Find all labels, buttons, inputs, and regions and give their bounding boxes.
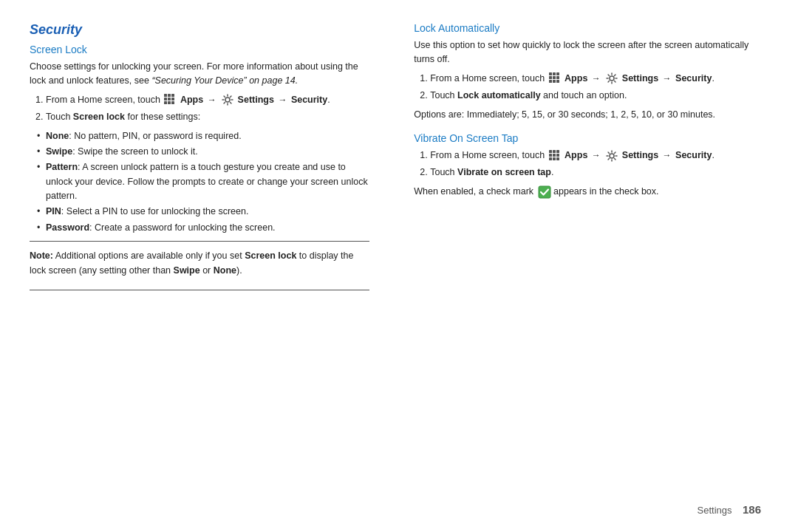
vibrate-title: Vibrate On Screen Tap — [414, 132, 768, 144]
footer-page-number: 186 — [743, 503, 761, 516]
screen-lock-intro: Choose settings for unlocking your scree… — [30, 60, 369, 89]
svg-point-0 — [225, 98, 230, 102]
lock-auto-intro: Use this option to set how quickly to lo… — [414, 38, 768, 67]
option-pattern: Pattern: A screen unlock pattern is a to… — [37, 160, 369, 203]
lock-auto-title: Lock Automatically — [414, 22, 768, 34]
vibrate-check-text: When enabled, a check mark appears in th… — [414, 185, 768, 199]
svg-point-2 — [610, 154, 614, 158]
screen-lock-ref: “Securing Your Device” on page 14. — [151, 75, 298, 86]
option-password: Password: Create a password for unlockin… — [37, 221, 369, 235]
settings-icon-2 — [606, 72, 618, 84]
apps-icon — [164, 94, 176, 106]
screen-lock-options: None: No pattern, PIN, or password is re… — [30, 129, 369, 236]
apps-icon-2 — [549, 72, 561, 84]
lock-auto-step-2: Touch Lock automatically and touch an op… — [430, 89, 768, 103]
right-column: Lock Automatically Use this option to se… — [399, 22, 768, 517]
screen-lock-steps: From a Home screen, touch Apps → Setting… — [30, 93, 369, 125]
footer: Settings 186 — [698, 503, 761, 516]
screen-lock-title: Screen Lock — [30, 44, 369, 55]
settings-icon-3 — [606, 150, 618, 162]
svg-point-1 — [610, 76, 614, 81]
page-container: Security Screen Lock Choose settings for… — [0, 0, 798, 532]
vibrate-steps: From a Home screen, touch Apps → Setting… — [414, 149, 768, 180]
lock-auto-step-1: From a Home screen, touch Apps → Setting… — [430, 72, 768, 86]
footer-label: Settings — [698, 505, 732, 516]
note-text: Note: Additional options are available o… — [30, 249, 369, 278]
lock-auto-steps: From a Home screen, touch Apps → Setting… — [414, 72, 768, 103]
section-title: Security — [30, 22, 369, 38]
lock-auto-options: Options are: Immediately; 5, 15, or 30 s… — [414, 108, 768, 122]
option-pin: PIN: Select a PIN to use for unlocking t… — [37, 205, 369, 219]
apps-icon-3 — [549, 150, 561, 162]
left-column: Security Screen Lock Choose settings for… — [30, 22, 399, 517]
option-none: None: No pattern, PIN, or password is re… — [37, 129, 369, 143]
note-box: Note: Additional options are available o… — [30, 241, 369, 290]
option-swipe: Swipe: Swipe the screen to unlock it. — [37, 145, 369, 159]
checkmark-icon — [538, 185, 550, 197]
vibrate-step-1: From a Home screen, touch Apps → Setting… — [430, 149, 768, 163]
step-2: Touch Screen lock for these settings: — [46, 110, 369, 124]
vibrate-step-2: Touch Vibrate on screen tap. — [430, 166, 768, 180]
settings-icon — [222, 94, 233, 106]
step-1: From a Home screen, touch Apps → Setting… — [46, 93, 369, 107]
